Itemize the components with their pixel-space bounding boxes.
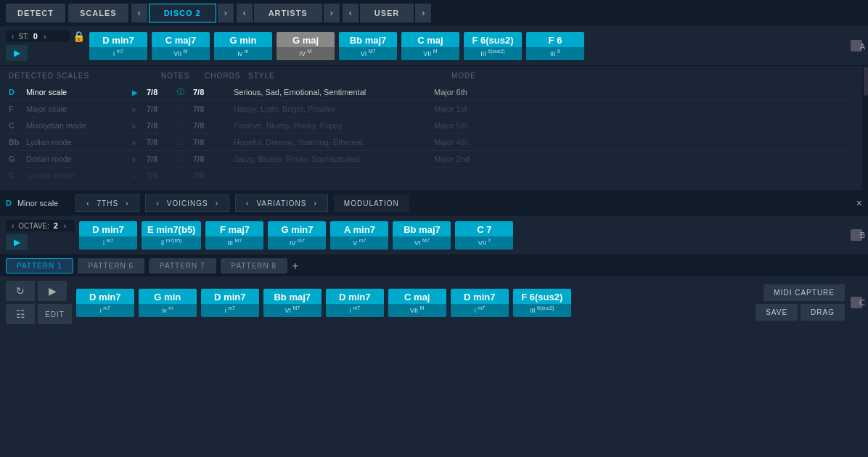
tab-7ths-next[interactable]: › [126,199,128,207]
play-icon-3[interactable]: ▶ [132,139,142,147]
close-button[interactable]: × [856,197,862,209]
user-next[interactable]: › [415,4,431,22]
info-icon-4[interactable]: ⓘ [177,154,189,164]
chord-card-c-0[interactable]: D min7 i m7 [76,289,134,317]
artists-prev[interactable]: ‹ [237,4,253,22]
play-button-b[interactable]: ▶ [6,234,28,250]
chord-card-5[interactable]: C maj VII M [401,32,459,60]
play-icon-1[interactable]: ▶ [132,105,142,113]
tab-variations-next[interactable]: › [314,199,316,207]
chord-card-c-7[interactable]: F 6(sus2) III 6(sus2) [513,289,571,317]
chord-card-b-3[interactable]: G min7 IV m7 [268,221,326,250]
scale-notes-2: 7/8 [147,121,173,130]
chord-card-b-2[interactable]: F maj7 III M7 [205,221,263,250]
play-icon-4[interactable]: ▶ [132,155,142,163]
info-icon-0[interactable]: ⓘ [177,87,189,97]
scale-note-0: D [9,88,22,96]
chord-sub-c-4: i m7 [326,304,384,317]
pattern-tab-6[interactable]: PATTERN 6 [78,258,145,273]
chord-name-c-1: G min [139,289,197,304]
play-icon-5[interactable]: ▶ [132,172,142,180]
chord-card-3[interactable]: G maj IV M [277,32,335,60]
scale-name-4: Dorian mode [26,155,128,163]
st-next[interactable]: › [42,33,47,41]
play-button-c[interactable]: ▶ [38,281,67,301]
chord-card-b-0[interactable]: D min7 i m7 [79,221,137,250]
chord-card-c-6[interactable]: D min7 i m7 [451,289,509,317]
chord-card-7[interactable]: F 6 III 6 [526,32,584,60]
chord-card-b-1[interactable]: E min7(b5) ii m7(b5) [142,221,201,250]
chord-card-b-5[interactable]: Bb maj7 VI M7 [393,221,451,250]
disco2-label[interactable]: DISCO 2 [149,4,216,22]
octave-prev[interactable]: ‹ [10,222,15,230]
chord-name-c-4: D min7 [326,289,384,304]
play-icon-0[interactable]: ▶ [132,88,142,96]
chord-card-c-3[interactable]: Bb maj7 VI M7 [263,289,322,317]
chord-cards-c: D min7 i m7 G min iv m D min7 i m7 Bb ma… [76,289,751,317]
detect-button[interactable]: DETECT [6,4,65,22]
chord-card-c-5[interactable]: C maj VII M [388,289,446,317]
scales-button[interactable]: SCALES [68,4,128,22]
info-icon-1[interactable]: ⓘ [177,104,189,114]
scale-notes-1: 7/8 [147,104,173,113]
scale-mode-0: Major 6th [434,88,467,96]
chord-card-2[interactable]: G min iv m [214,32,272,60]
scales-scrollbar[interactable] [862,66,868,190]
chord-name-c-5: C maj [388,289,446,304]
chord-card-1[interactable]: C maj7 VII M [152,32,210,60]
tab-7ths-prev[interactable]: ‹ [86,199,89,207]
chord-cards-a: D min7 i m7 C maj7 VII M G min iv m G ma… [89,32,843,60]
chord-name-c-6: D min7 [451,289,509,304]
save-button[interactable]: SAVE [756,304,798,321]
user-label[interactable]: USER [360,4,414,22]
chord-sub-c-7: III 6(sus2) [513,304,571,317]
section-a-wrapper: ‹ ST: 0 › 🔒 ▶ D min7 i m7 C maj7 VII M [0,26,868,66]
scale-note-5: C [9,171,22,180]
chord-card-b-4[interactable]: A min7 V m7 [330,221,388,250]
pattern-tab-8[interactable]: PATTERN 8 [221,258,288,273]
octave-next[interactable]: › [62,222,67,230]
user-prev[interactable]: ‹ [343,4,359,22]
chord-card-c-2[interactable]: D min7 i m7 [201,289,259,317]
lock-button[interactable]: 🔒 [73,30,85,42]
tab-modulation[interactable]: MODULATION [334,194,409,212]
disco2-prev[interactable]: ‹ [131,4,147,22]
midi-capture-button[interactable]: MIDI CAPTURE [763,284,845,301]
tab-voicings-next[interactable]: › [216,199,218,207]
play-row-b: ▶ [6,234,75,250]
chord-card-0[interactable]: D min7 i m7 [89,32,147,60]
disco2-next[interactable]: › [218,4,234,22]
chord-sub-b-1: ii m7(b5) [142,236,201,250]
pattern-tab-1[interactable]: PATTERN 1 [6,258,73,273]
section-a-controls: ‹ ST: 0 › 🔒 ▶ [6,30,85,61]
pattern-tab-7[interactable]: PATTERN 7 [149,258,216,273]
scale-mode-1: Major 1st [434,104,467,113]
play-icon-2[interactable]: ▶ [132,122,142,130]
grid-button[interactable]: ☷ [6,304,35,324]
tab-7ths[interactable]: ‹ 7THS › [75,194,139,212]
drag-button[interactable]: DRAG [801,304,845,321]
tab-voicings[interactable]: ‹ VOICINGS › [145,194,229,212]
info-icon-5[interactable]: ⓘ [177,170,189,181]
add-pattern-button[interactable]: + [292,260,298,273]
chord-card-6[interactable]: F 6(sus2) III 6(sus2) [464,32,522,60]
artists-label[interactable]: ARTISTS [254,4,322,22]
chord-card-b-6[interactable]: C 7 VII 7 [455,221,513,250]
scale-style-0: Serious, Sad, Emotional, Sentimental [234,88,430,96]
section-a: ‹ ST: 0 › 🔒 ▶ D min7 i m7 C maj7 VII M [0,26,868,66]
tab-voicings-prev[interactable]: ‹ [156,199,159,207]
play-button-a[interactable]: ▶ [6,45,28,61]
octave-label: OCTAVE: [18,222,49,230]
chord-card-c-1[interactable]: G min iv m [139,289,197,317]
chord-card-c-4[interactable]: D min7 i m7 [326,289,384,317]
chord-card-4[interactable]: Bb maj7 VI M7 [339,32,397,60]
chord-sub-2: iv m [214,47,272,60]
tab-variations-prev[interactable]: ‹ [246,199,249,207]
artists-next[interactable]: › [324,4,340,22]
loop-button[interactable]: ↻ [6,281,35,301]
info-icon-3[interactable]: ⓘ [177,137,189,147]
st-prev[interactable]: ‹ [10,33,15,41]
tab-variations[interactable]: ‹ VARIATIONS › [235,194,328,212]
info-icon-2[interactable]: ⓘ [177,120,189,131]
edit-button[interactable]: EDIT [38,304,72,324]
